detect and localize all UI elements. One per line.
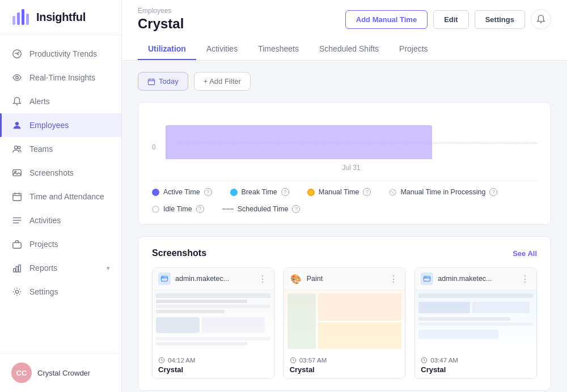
avatar: CC <box>11 363 32 383</box>
svg-point-24 <box>425 277 425 278</box>
break-time-help[interactable]: ? <box>281 188 289 196</box>
app-name: admin.maketec... <box>175 275 252 283</box>
legend-label: Break Time <box>242 188 277 196</box>
tab-activities[interactable]: Activities <box>196 39 248 60</box>
utilization-chart: 0 Jul 31 Active Time ? Break Time ? <box>138 102 551 225</box>
sidebar-item-settings[interactable]: Settings <box>0 280 121 304</box>
header-actions: Add Manual Time Edit Settings <box>345 9 551 29</box>
screenshot-card-header: admin.maketec... ⋮ <box>153 268 274 290</box>
list-icon <box>11 215 23 226</box>
app-icon <box>421 272 433 285</box>
screenshot-employee: Crystal <box>290 365 400 374</box>
legend-idle-time: Idle Time ? <box>152 205 204 213</box>
screenshots-header: Screenshots See All <box>152 248 537 258</box>
svg-rect-0 <box>12 16 15 25</box>
screenshots-title: Screenshots <box>152 248 206 258</box>
page-header: Employees Crystal Add Manual Time Edit S… <box>122 0 567 61</box>
sidebar-item-label: Screenshots <box>29 168 74 177</box>
eye-icon <box>11 72 23 83</box>
app-icon: 🎨 <box>290 272 302 285</box>
calendar-icon <box>147 78 155 86</box>
image-icon <box>11 167 23 178</box>
svg-rect-12 <box>13 242 21 248</box>
manual-processing-dot <box>389 189 396 196</box>
svg-rect-9 <box>13 170 21 176</box>
more-options-icon[interactable]: ⋮ <box>519 274 531 284</box>
screenshot-thumbnail <box>284 290 405 352</box>
screenshot-time: 04:12 AM <box>158 357 268 364</box>
svg-point-25 <box>426 277 426 278</box>
see-all-link[interactable]: See All <box>513 249 537 258</box>
legend-manual-time: Manual Time ? <box>307 188 371 196</box>
sidebar-item-projects[interactable]: Projects <box>0 232 121 256</box>
screenshot-footer: 04:12 AM Crystal <box>153 352 274 378</box>
screenshot-card: admin.maketec... ⋮ <box>152 267 274 379</box>
tab-scheduled-shifts[interactable]: Scheduled Shifts <box>309 39 389 60</box>
legend-break-time: Break Time ? <box>230 188 289 196</box>
chart-legend: Active Time ? Break Time ? Manual Time ?… <box>152 181 537 213</box>
users-icon <box>11 143 23 155</box>
sidebar-item-employees[interactable]: Employees <box>0 113 121 137</box>
logo-icon <box>11 8 31 27</box>
add-manual-time-button[interactable]: Add Manual Time <box>345 10 428 29</box>
app-name: admin.maketec... <box>438 275 515 283</box>
manual-processing-help[interactable]: ? <box>489 188 497 196</box>
sidebar-item-teams[interactable]: Teams <box>0 137 121 161</box>
legend-label: Idle Time <box>163 205 192 213</box>
tab-timesheets[interactable]: Timesheets <box>248 39 309 60</box>
bar-chart-icon <box>11 262 23 274</box>
idle-time-dot <box>152 206 159 213</box>
tab-projects[interactable]: Projects <box>389 39 438 60</box>
sidebar-item-label: Reports <box>29 263 57 272</box>
screenshot-card-header: 🎨 Paint ⋮ <box>284 268 405 290</box>
more-options-icon[interactable]: ⋮ <box>388 274 399 284</box>
sidebar-item-time-attendance[interactable]: Time and Attendance <box>0 185 121 208</box>
calendar-icon <box>11 191 23 202</box>
screenshot-card: admin.maketec... ⋮ <box>414 267 537 379</box>
sidebar-item-screenshots[interactable]: Screenshots <box>0 161 121 185</box>
active-time-help[interactable]: ? <box>204 188 212 196</box>
scheduled-time-help[interactable]: ? <box>292 205 300 213</box>
screenshots-section: Screenshots See All admin.maketec... ⋮ <box>138 236 551 391</box>
sidebar-item-productivity[interactable]: Productivity Trends <box>0 42 121 66</box>
svg-point-8 <box>18 146 20 149</box>
sidebar-item-label: Real-Time Insights <box>29 73 95 82</box>
sidebar-item-reports[interactable]: Reports ▾ <box>0 256 121 280</box>
today-filter-button[interactable]: Today <box>138 72 188 91</box>
sidebar-item-activities[interactable]: Activities <box>0 208 121 232</box>
breadcrumb: Employees <box>138 7 184 15</box>
add-filter-button[interactable]: + Add Filter <box>194 72 251 91</box>
filter-bar: Today + Add Filter <box>138 72 551 91</box>
notification-button[interactable] <box>531 9 551 29</box>
manual-time-help[interactable]: ? <box>363 188 371 196</box>
legend-scheduled-time: Scheduled Time ? <box>222 205 301 213</box>
legend-label: Scheduled Time <box>238 205 289 213</box>
screenshot-time: 03:57 AM <box>290 357 400 364</box>
clock-icon <box>290 357 297 364</box>
tab-utilization[interactable]: Utilization <box>138 39 196 60</box>
sidebar-item-label: Settings <box>29 287 58 296</box>
main-content: Employees Crystal Add Manual Time Edit S… <box>122 0 567 392</box>
screenshot-card-header: admin.maketec... ⋮ <box>415 268 536 290</box>
settings-button[interactable]: Settings <box>475 10 525 29</box>
screenshot-footer: 03:57 AM Crystal <box>284 352 405 378</box>
sidebar-item-realtime[interactable]: Real-Time Insights <box>0 66 121 90</box>
scheduled-time-dash <box>222 208 234 210</box>
legend-active-time: Active Time ? <box>152 188 212 196</box>
sidebar-item-label: Employees <box>29 121 69 130</box>
bell-icon <box>11 96 23 107</box>
sidebar-logo: Insightful <box>0 0 121 35</box>
edit-button[interactable]: Edit <box>433 10 469 29</box>
briefcase-icon <box>11 238 23 250</box>
idle-time-help[interactable]: ? <box>196 205 204 213</box>
legend-label: Manual Time <box>319 188 359 196</box>
chart-area: 0 <box>152 114 537 159</box>
sidebar-navigation: Productivity Trends Real-Time Insights A… <box>0 35 121 353</box>
screenshot-employee: Crystal <box>421 365 531 374</box>
add-filter-label: + Add Filter <box>204 77 241 86</box>
page-title: Crystal <box>138 16 184 32</box>
more-options-icon[interactable]: ⋮ <box>257 274 268 284</box>
svg-rect-3 <box>26 14 29 25</box>
sidebar-item-alerts[interactable]: Alerts <box>0 90 121 113</box>
legend-label: Manual Time in Processing <box>400 188 485 196</box>
